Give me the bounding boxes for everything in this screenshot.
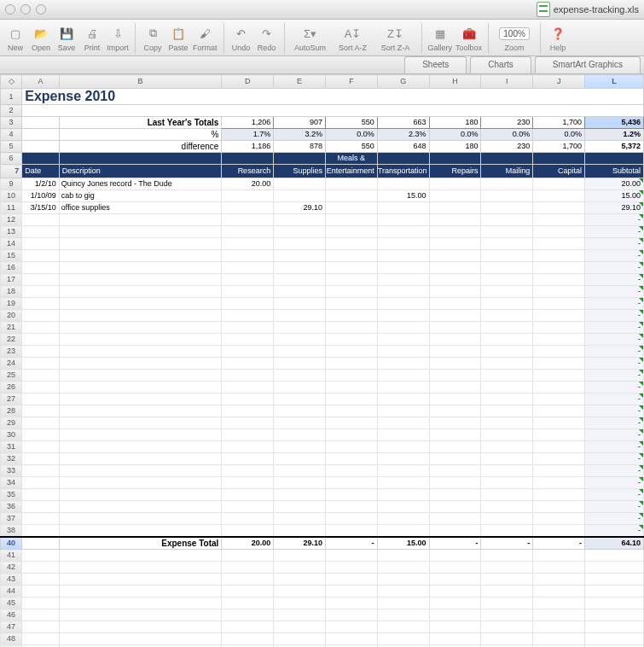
- table-row[interactable]: 36-: [1, 501, 644, 513]
- spreadsheet-grid[interactable]: ◇ A B D E F G H I J L 1Expense 2010 2 3 …: [0, 74, 644, 647]
- table-row[interactable]: 42: [1, 562, 644, 574]
- table-row[interactable]: 27-: [1, 393, 644, 405]
- data-header-row: 7 DateDescription ResearchSuppliesEntert…: [1, 165, 644, 178]
- table-row[interactable]: 45: [1, 597, 644, 609]
- main-toolbar: ▢New 📂Open 💾Save 🖨Print ⇩Import ⧉Copy 📋P…: [0, 20, 644, 56]
- table-row[interactable]: 22-: [1, 334, 644, 346]
- ribbon-strip: Sheets Charts SmartArt Graphics: [0, 56, 644, 74]
- table-row[interactable]: 25-: [1, 370, 644, 382]
- col-A[interactable]: A: [22, 75, 60, 89]
- table-row[interactable]: 13-: [1, 226, 644, 238]
- table-row[interactable]: 14-: [1, 238, 644, 250]
- document-icon: [537, 2, 550, 17]
- col-E[interactable]: E: [274, 75, 326, 89]
- gallery-button[interactable]: ▦Gallery: [427, 23, 454, 54]
- table-row[interactable]: 38-: [1, 525, 644, 538]
- col-F[interactable]: F: [325, 75, 377, 89]
- table-row[interactable]: 21-: [1, 322, 644, 334]
- table-row[interactable]: 26-: [1, 382, 644, 393]
- table-row[interactable]: 31-: [1, 441, 644, 453]
- table-row[interactable]: 16-: [1, 262, 644, 274]
- ribbon-tab-charts[interactable]: Charts: [470, 56, 531, 73]
- table-row[interactable]: 46: [1, 609, 644, 621]
- col-L[interactable]: L: [585, 75, 644, 89]
- select-all-corner[interactable]: ◇: [1, 75, 22, 89]
- autosum-button[interactable]: Σ▾AutoSum: [290, 23, 331, 54]
- sheet-title: Expense 2010: [22, 89, 644, 105]
- table-row[interactable]: 12-: [1, 214, 644, 226]
- help-button[interactable]: ❓Help: [546, 23, 570, 54]
- import-button[interactable]: ⇩Import: [106, 23, 130, 54]
- paste-button[interactable]: 📋Paste: [166, 23, 190, 54]
- table-row[interactable]: 35-: [1, 489, 644, 501]
- zoom-control[interactable]: 100%Zoom: [494, 23, 535, 54]
- table-row[interactable]: 47: [1, 621, 644, 633]
- diff-row: 5 difference 1,1868785506481802301,700 5…: [1, 141, 644, 153]
- sort-az-button[interactable]: A↧Sort A-Z: [333, 23, 374, 54]
- table-row[interactable]: 91/2/10Quincy Jones record - The Dude20.…: [1, 178, 644, 190]
- table-row[interactable]: 32-: [1, 453, 644, 465]
- copy-button[interactable]: ⧉Copy: [141, 23, 165, 54]
- table-row[interactable]: 24-: [1, 358, 644, 370]
- table-row[interactable]: 29-: [1, 417, 644, 429]
- col-J[interactable]: J: [533, 75, 585, 89]
- table-row[interactable]: 19-: [1, 298, 644, 310]
- table-row[interactable]: 101/10/09cab to gig15.0015.00: [1, 190, 644, 202]
- table-row[interactable]: 43: [1, 574, 644, 586]
- table-row[interactable]: 41: [1, 550, 644, 562]
- table-row[interactable]: 20-: [1, 310, 644, 322]
- save-button[interactable]: 💾Save: [55, 23, 78, 54]
- table-row[interactable]: 15-: [1, 250, 644, 262]
- col-G[interactable]: G: [377, 75, 429, 89]
- ribbon-tab-smartart[interactable]: SmartArt Graphics: [535, 56, 641, 73]
- toolbox-button[interactable]: 🧰Toolbox: [455, 23, 483, 54]
- traffic-light-close-icon[interactable]: [5, 4, 15, 15]
- table-row[interactable]: 30-: [1, 429, 644, 441]
- col-B[interactable]: B: [59, 75, 222, 89]
- new-button[interactable]: ▢New: [3, 23, 27, 54]
- table-row[interactable]: 34-: [1, 477, 644, 489]
- table-row[interactable]: 48: [1, 633, 644, 645]
- pct-row: 4 % 1.7%3.2%0.0%2.3%0.0%0.0%0.0% 1.2%: [1, 129, 644, 141]
- expense-total-row: 40 Expense Total 20.0029.10-15.00--- 64.…: [1, 537, 644, 550]
- ribbon-tab-sheets[interactable]: Sheets: [404, 56, 467, 73]
- sort-za-button[interactable]: Z↧Sort Z-A: [375, 23, 416, 54]
- format-button[interactable]: 🖌Format: [192, 23, 218, 54]
- table-row[interactable]: 28-: [1, 405, 644, 417]
- filename-label: expense-tracking.xls: [554, 4, 639, 15]
- traffic-light-min-icon[interactable]: [20, 4, 31, 15]
- traffic-light-zoom-icon[interactable]: [36, 4, 46, 15]
- redo-button[interactable]: ↷Redo: [255, 23, 279, 54]
- table-row[interactable]: 17-: [1, 274, 644, 286]
- table-row[interactable]: 33-: [1, 465, 644, 477]
- column-headers[interactable]: ◇ A B D E F G H I J L: [1, 75, 644, 89]
- table-row[interactable]: 113/15/10office supplies29.1029.10: [1, 202, 644, 214]
- col-H[interactable]: H: [429, 75, 481, 89]
- undo-button[interactable]: ↶Undo: [229, 23, 253, 54]
- table-row[interactable]: 23-: [1, 346, 644, 358]
- table-row[interactable]: 18-: [1, 286, 644, 298]
- table-row[interactable]: 37-: [1, 513, 644, 525]
- last-year-totals-row: 3 Last Year's Totals 1,20690755066318023…: [1, 117, 644, 129]
- window-titlebar: expense-tracking.xls: [0, 0, 644, 20]
- open-button[interactable]: 📂Open: [29, 23, 53, 54]
- col-I[interactable]: I: [481, 75, 533, 89]
- print-button[interactable]: 🖨Print: [80, 23, 104, 54]
- table-row[interactable]: 44: [1, 586, 644, 597]
- col-D[interactable]: D: [222, 75, 274, 89]
- window-filename: expense-tracking.xls: [537, 2, 639, 17]
